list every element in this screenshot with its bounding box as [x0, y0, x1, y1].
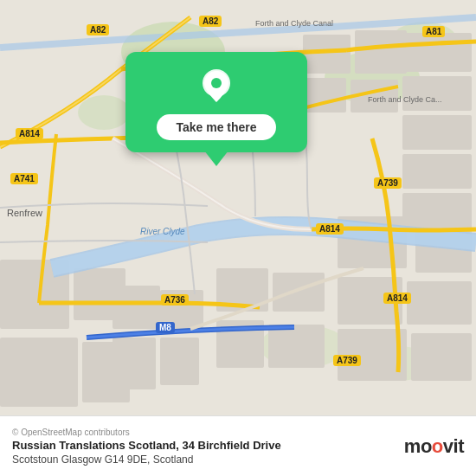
svg-point-4 [78, 95, 130, 130]
road-label-a814-w: A814 [16, 128, 43, 139]
place-label-river: River Clyde [140, 227, 185, 236]
take-me-there-button[interactable]: Take me there [157, 114, 275, 140]
svg-rect-30 [402, 76, 472, 111]
moovit-dot: o [432, 435, 443, 457]
svg-point-35 [211, 78, 222, 88]
footer: © OpenStreetMap contributors Russian Tra… [0, 415, 476, 476]
osm-credit: © OpenStreetMap contributors [12, 428, 281, 437]
svg-rect-32 [402, 154, 472, 189]
road-label-a739-s: A739 [333, 355, 361, 366]
place-label-canal-2: Forth and Clyde Ca... [368, 95, 442, 104]
svg-rect-26 [355, 30, 407, 74]
location-pin-icon [197, 68, 235, 106]
road-label-a81: A81 [422, 26, 445, 37]
road-label-m8: M8 [156, 322, 175, 333]
road-label-a82-ne: A82 [199, 16, 222, 27]
place-label-canal: Forth and Clyde Canal [255, 19, 333, 28]
location-address: Scotstoun Glasgow G14 9DE, Scotland [12, 453, 281, 466]
svg-rect-25 [303, 35, 351, 74]
moovit-brand-text: moovit [404, 435, 464, 458]
svg-rect-33 [402, 193, 472, 228]
road-label-a736: A736 [161, 294, 189, 306]
road-label-a739-mid: A739 [374, 177, 402, 189]
location-popup: Take me there [125, 52, 307, 152]
road-label-a814-e2: A814 [383, 293, 411, 304]
svg-rect-22 [273, 273, 325, 312]
road-label-a741: A741 [10, 173, 38, 184]
location-name: Russian Translations Scotland, 34 Birchf… [12, 439, 281, 452]
map-area: A82 A82 A81 A814 A741 A739 A814 A814 A73… [0, 0, 476, 415]
svg-rect-9 [0, 338, 78, 407]
svg-rect-29 [402, 33, 472, 72]
svg-rect-20 [160, 338, 199, 385]
place-label-renfrew: Renfrew [7, 208, 42, 218]
svg-rect-14 [407, 281, 472, 325]
road-label-a814-e: A814 [316, 223, 344, 235]
svg-rect-24 [268, 325, 325, 368]
svg-rect-18 [113, 338, 156, 389]
svg-rect-16 [411, 333, 472, 381]
moovit-logo: moovit [404, 435, 464, 458]
footer-info: © OpenStreetMap contributors Russian Tra… [12, 428, 281, 466]
svg-rect-17 [113, 286, 160, 329]
svg-rect-31 [402, 115, 472, 150]
road-label-a82-nw: A82 [87, 24, 109, 35]
